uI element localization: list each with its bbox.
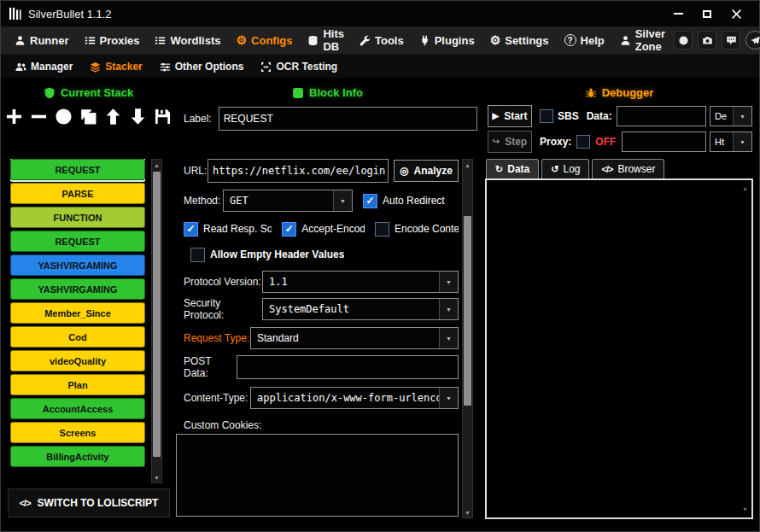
- maximize-button[interactable]: [693, 1, 722, 26]
- read-response-checkbox[interactable]: ✓: [184, 222, 198, 237]
- menubar: Runner Proxies Wordlists ⚙ Configs Hits …: [1, 26, 759, 55]
- chat-button[interactable]: [722, 31, 740, 50]
- post-data-input[interactable]: [237, 355, 459, 379]
- menu-item-wordlists[interactable]: Wordlists: [148, 26, 227, 54]
- tab-data[interactable]: ↻ Data: [486, 159, 539, 178]
- arrow-up-icon: [104, 108, 122, 126]
- url-input[interactable]: https://netflix.com/ee/login: [208, 159, 389, 183]
- stack-block[interactable]: Screens: [10, 422, 145, 443]
- dropdown-arrow-icon[interactable]: ▼: [733, 132, 751, 151]
- dropdown-arrow-icon[interactable]: ▼: [733, 107, 751, 126]
- accept-encoding-checkbox[interactable]: ✓: [282, 222, 296, 237]
- method-select[interactable]: GET ▼: [223, 190, 353, 212]
- menu-item-help[interactable]: ? Help: [558, 26, 611, 54]
- menu-item-settings[interactable]: ⚙ Settings: [483, 26, 556, 54]
- scroll-down-icon[interactable]: ▼: [152, 472, 161, 482]
- menu-item-tools[interactable]: Tools: [353, 26, 411, 54]
- close-button[interactable]: [722, 1, 751, 26]
- submenu-item-other-options[interactable]: Other Options: [154, 61, 250, 73]
- proxy-input[interactable]: [622, 132, 706, 152]
- screenshot-button[interactable]: [698, 31, 716, 50]
- clone-block-button[interactable]: [79, 106, 99, 126]
- sbs-checkbox[interactable]: [540, 109, 553, 123]
- submenu-item-label: OCR Testing: [276, 61, 337, 73]
- allow-empty-checkbox[interactable]: [190, 248, 205, 262]
- scrollbar-thumb[interactable]: [464, 216, 471, 406]
- menu-item-hits-db[interactable]: Hits DB: [301, 26, 351, 54]
- menu-item-plugins[interactable]: Plugins: [412, 26, 482, 54]
- stack-scrollbar[interactable]: ▲ ▼: [151, 159, 162, 483]
- stack-block[interactable]: Member_Since: [10, 302, 145, 324]
- proxy-checkbox[interactable]: [576, 135, 590, 149]
- move-up-button[interactable]: [103, 106, 124, 126]
- content-type-select[interactable]: application/x-www-form-urlencoded ▼: [250, 387, 459, 409]
- debugger-header: Debugger: [479, 86, 759, 99]
- stack-block[interactable]: REQUEST: [10, 159, 145, 180]
- remove-block-button[interactable]: [29, 106, 50, 126]
- dropdown-arrow-icon[interactable]: ▼: [439, 299, 458, 319]
- dropdown-arrow-icon[interactable]: ▼: [439, 388, 458, 408]
- debug-data-input[interactable]: [617, 106, 706, 126]
- menu-item-label: Configs: [251, 34, 292, 47]
- menu-item-label: Settings: [505, 34, 548, 47]
- scroll-down-icon[interactable]: ▼: [742, 506, 748, 512]
- wordlist-type-value: De: [710, 107, 733, 126]
- protocol-version-select[interactable]: 1.1 ▼: [262, 271, 459, 293]
- history-button[interactable]: [674, 31, 693, 50]
- stack-block[interactable]: YASHVIRGAMING: [10, 278, 145, 300]
- encode-content-checkbox[interactable]: [375, 222, 389, 237]
- menu-item-label: Wordlists: [170, 34, 220, 47]
- stack-block[interactable]: PARSE: [10, 183, 145, 204]
- scroll-up-icon[interactable]: ▲: [463, 160, 472, 170]
- scroll-up-icon[interactable]: ▲: [742, 185, 748, 191]
- block-label-input[interactable]: REQUEST: [219, 107, 477, 131]
- add-block-button[interactable]: [4, 106, 25, 126]
- tab-browser[interactable]: </> Browser: [592, 159, 664, 178]
- submenu-item-manager[interactable]: Manager: [9, 61, 79, 73]
- titlebar: SilverBullet 1.1.2: [1, 1, 759, 26]
- stack-block[interactable]: videoQuality: [10, 350, 145, 371]
- stack-block[interactable]: Cod: [10, 326, 145, 348]
- move-down-button[interactable]: [128, 106, 149, 126]
- response-options-row: ✓ Read Resp. So ✓ Accept-Encod Encode Co…: [184, 219, 459, 239]
- disable-block-button[interactable]: [54, 106, 74, 126]
- menu-item-runner[interactable]: Runner: [8, 26, 76, 54]
- telegram-button[interactable]: [745, 31, 760, 50]
- scroll-down-icon[interactable]: ▼: [463, 507, 472, 517]
- menu-item-silver-zone[interactable]: Silver Zone: [613, 26, 672, 54]
- wordlist-type-select[interactable]: De ▼: [710, 106, 752, 126]
- menu-item-proxies[interactable]: Proxies: [78, 26, 147, 54]
- security-protocol-select[interactable]: SystemDefault ▼: [262, 298, 459, 320]
- stack-block[interactable]: AccountAccess: [10, 398, 145, 419]
- save-config-button[interactable]: [153, 106, 173, 126]
- custom-cookies-textarea[interactable]: [176, 434, 459, 517]
- analyze-button[interactable]: ◎ Analyze: [394, 160, 459, 182]
- window-title: SilverBullet 1.1.2: [28, 8, 112, 20]
- start-button[interactable]: ▶ Start: [488, 105, 532, 127]
- post-data-caption: POST Data:: [184, 355, 237, 379]
- submenu-item-stacker[interactable]: Stacker: [84, 61, 148, 73]
- form-scrollbar[interactable]: ▲ ▼: [462, 159, 473, 518]
- stack-block[interactable]: BillingActivity: [10, 446, 145, 467]
- checkmark-icon: ✓: [365, 196, 374, 206]
- dropdown-arrow-icon[interactable]: ▼: [333, 190, 352, 211]
- minimize-button[interactable]: [664, 1, 693, 26]
- submenu-item-ocr-testing[interactable]: OCR Testing: [254, 61, 343, 73]
- switch-to-loliscript-button[interactable]: </> SWITCH TO LOLISCRIPT: [8, 488, 170, 517]
- info-icon: [292, 87, 304, 99]
- debugger-output[interactable]: ▲ ▼: [485, 178, 753, 519]
- step-button[interactable]: ↪ Step: [488, 131, 532, 153]
- request-type-select[interactable]: Standard ▼: [250, 327, 459, 349]
- stack-block[interactable]: Plan: [10, 374, 145, 395]
- stack-block[interactable]: REQUEST: [10, 231, 145, 252]
- proxy-type-select[interactable]: Ht ▼: [710, 132, 752, 152]
- dropdown-arrow-icon[interactable]: ▼: [439, 328, 458, 348]
- scrollbar-thumb[interactable]: [153, 172, 161, 457]
- menu-item-configs[interactable]: ⚙ Configs: [229, 26, 299, 54]
- stack-block[interactable]: FUNCTION: [10, 207, 145, 228]
- auto-redirect-checkbox[interactable]: ✓: [363, 194, 377, 208]
- scroll-up-icon[interactable]: ▲: [152, 160, 161, 170]
- dropdown-arrow-icon[interactable]: ▼: [439, 272, 458, 292]
- stack-block[interactable]: YASHVIRGAMING: [10, 254, 145, 276]
- tab-log[interactable]: ↺ Log: [541, 159, 589, 178]
